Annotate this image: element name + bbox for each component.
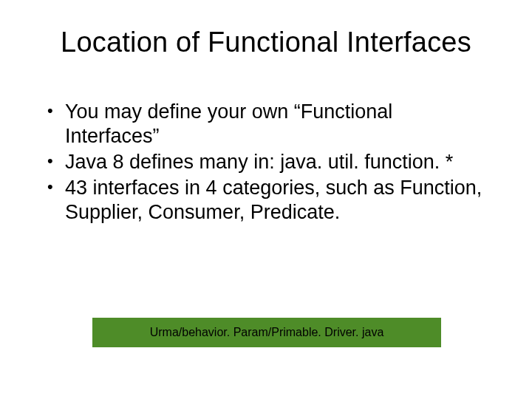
bullet-item: Java 8 defines many in: java. util. func… xyxy=(47,150,488,174)
bullet-list: You may define your own “Functional Inte… xyxy=(44,100,488,225)
code-reference-text: Urma/behavior. Param/Primable. Driver. j… xyxy=(150,326,384,339)
bullet-item: 43 interfaces in 4 categories, such as F… xyxy=(47,176,488,225)
bullet-item: You may define your own “Functional Inte… xyxy=(47,100,488,149)
code-reference-box: Urma/behavior. Param/Primable. Driver. j… xyxy=(92,318,441,347)
slide: Location of Functional Interfaces You ma… xyxy=(0,0,532,399)
slide-title: Location of Functional Interfaces xyxy=(44,27,488,58)
